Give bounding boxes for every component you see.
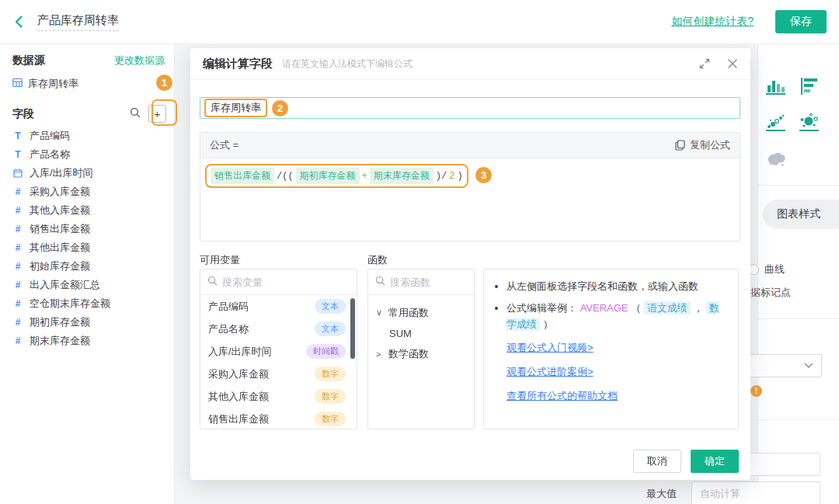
- number-field-icon: #: [12, 261, 23, 272]
- text-field-icon: T: [12, 149, 23, 160]
- save-button[interactable]: 保存: [775, 10, 827, 33]
- confirm-button[interactable]: 确定: [691, 450, 739, 473]
- formula-editor[interactable]: 销售出库金额/((期初库存金额+期末库存金额)/2) 3: [200, 158, 740, 193]
- marker-point-label: 据标记点: [750, 286, 791, 300]
- formula-operator: )/: [436, 171, 447, 182]
- bar-chart-icon[interactable]: [799, 76, 820, 99]
- date-field-icon: [12, 169, 23, 178]
- tip-text-part: 公式编辑举例：: [507, 302, 580, 314]
- example-function-name: AVERAGE: [580, 302, 628, 314]
- annotation-box-3: 销售出库金额/((期初库存金额+期末库存金额)/2): [205, 164, 468, 188]
- field-label: 采购入库金额: [30, 185, 90, 199]
- variable-item[interactable]: 采购入库金额数字: [200, 363, 357, 385]
- search-variables-input[interactable]: [222, 276, 350, 288]
- number-field-icon: #: [12, 242, 23, 253]
- variable-item[interactable]: 产品编码文本: [200, 295, 357, 318]
- field-label: 产品名称: [30, 148, 70, 162]
- change-datasource-link[interactable]: 更改数据源: [114, 54, 165, 68]
- sidebar-field-item[interactable]: T产品编码: [0, 127, 175, 145]
- curve-radio-label: 曲线: [764, 262, 785, 276]
- add-field-button[interactable]: +: [148, 105, 166, 123]
- formula-panel: 公式 = 复制公式 销售出库金额/((期初库存金额+期末库存金额)/2) 3: [200, 132, 740, 242]
- function-item[interactable]: SUM: [376, 323, 466, 343]
- tips-panel: 从左侧面板选择字段名和函数，或输入函数 公式编辑举例： AVERAGE （ 语文…: [483, 269, 739, 429]
- map-chart-icon[interactable]: [765, 149, 789, 174]
- scrollbar-thumb[interactable]: [350, 298, 355, 359]
- type-badge: 文本: [315, 299, 346, 314]
- column-chart-icon[interactable]: [765, 76, 786, 99]
- annotation-badge-2: 2: [272, 100, 288, 116]
- close-icon[interactable]: [727, 58, 738, 69]
- sidebar-field-item[interactable]: #采购入库金额: [0, 182, 175, 201]
- config-dropdown[interactable]: [738, 354, 822, 377]
- field-label: 销售出库金额: [30, 222, 90, 236]
- dialog-subtitle: 请在英文输入法模式下编辑公式: [282, 57, 413, 71]
- function-group[interactable]: >数学函数: [376, 343, 466, 364]
- fields-label: 字段: [12, 107, 34, 121]
- dialog-title: 编辑计算字段: [203, 57, 273, 71]
- formula-operator: ): [457, 171, 462, 182]
- annotation-badge-3: 3: [475, 167, 492, 183]
- function-group-label: 数学函数: [388, 347, 429, 361]
- field-label: 出入库金额汇总: [30, 278, 100, 292]
- sidebar-field-item[interactable]: #其他出库金额: [0, 238, 175, 257]
- warning-icon: !: [750, 385, 762, 397]
- number-field-icon: #: [12, 335, 23, 346]
- tip-text-part: ，: [691, 302, 706, 314]
- sidebar-field-item[interactable]: #初始库存金额: [0, 257, 175, 276]
- sidebar-field-item[interactable]: #出入库金额汇总: [0, 276, 175, 294]
- bubble-chart-icon[interactable]: [799, 112, 820, 136]
- type-badge: 数字: [315, 412, 346, 426]
- formula-field-token: 期末库存金额: [370, 168, 433, 184]
- function-group[interactable]: ∨常用函数: [376, 302, 466, 323]
- number-field-icon: #: [12, 186, 23, 197]
- sidebar-field-item[interactable]: #销售出库金额: [0, 220, 175, 238]
- page-title[interactable]: 产品库存周转率: [37, 13, 119, 31]
- scatter-chart-icon[interactable]: [765, 112, 786, 136]
- expand-icon[interactable]: [699, 58, 710, 69]
- sidebar-field-item[interactable]: #其他入库金额: [0, 201, 175, 220]
- type-badge: 文本: [315, 322, 346, 336]
- help-link[interactable]: 观看公式入门视频>: [507, 340, 727, 356]
- sidebar-field-item[interactable]: #期末库存金额: [0, 332, 175, 350]
- variable-name: 产品编码: [208, 300, 249, 314]
- variable-item[interactable]: 其他入库金额数字: [200, 385, 357, 408]
- number-field-icon: #: [12, 224, 23, 235]
- max-value-input[interactable]: [691, 481, 820, 504]
- sidebar-field-item[interactable]: 入库/出库时间: [0, 164, 175, 182]
- field-label: 其他出库金额: [30, 241, 90, 255]
- field-name-input[interactable]: 库存周转率 2: [200, 97, 740, 119]
- variable-item[interactable]: 产品名称文本: [200, 318, 357, 340]
- datasource-table-item[interactable]: 库存周转率: [12, 77, 78, 91]
- tab-chart-style[interactable]: 图表样式: [763, 200, 839, 229]
- number-field-icon: #: [12, 205, 23, 216]
- sidebar-field-item[interactable]: T产品名称: [0, 145, 175, 164]
- sidebar: 数据源 更改数据源 库存周转率 字段 + 1 T产品编码T产品名称入库/出库时间…: [0, 44, 175, 504]
- field-list: T产品编码T产品名称入库/出库时间#采购入库金额#其他入库金额#销售出库金额#其…: [0, 127, 175, 350]
- copy-formula-button[interactable]: 复制公式: [675, 138, 730, 152]
- formula-field-token: 期初库存金额: [296, 168, 360, 184]
- back-icon[interactable]: [12, 15, 26, 29]
- type-badge: 时间戳: [306, 344, 346, 359]
- help-link[interactable]: 观看公式进阶案例>: [507, 364, 727, 381]
- cancel-button[interactable]: 取消: [633, 450, 681, 473]
- variable-item[interactable]: 入库/出库时间时间戳: [200, 340, 357, 363]
- field-label: 产品编码: [30, 129, 70, 143]
- help-link[interactable]: 查看所有公式的帮助文档: [507, 388, 727, 405]
- formula-field-token: 销售出库金额: [211, 168, 274, 184]
- help-link[interactable]: 如何创建统计表?: [671, 15, 754, 29]
- sidebar-field-item[interactable]: #空仓期末库存金额: [0, 294, 175, 313]
- search-fields-icon[interactable]: [130, 107, 141, 121]
- search-functions-input[interactable]: [390, 276, 467, 288]
- top-bar: 产品库存周转率 如何创建统计表? 保存: [0, 0, 839, 44]
- type-badge: 数字: [315, 367, 346, 381]
- search-icon: [375, 275, 385, 289]
- number-field-icon: #: [12, 317, 23, 328]
- variable-item[interactable]: 销售出库金额数字: [200, 408, 357, 430]
- edit-calc-field-dialog: 编辑计算字段 请在英文输入法模式下编辑公式 库存周转率 2 公式 = 复制公式: [190, 48, 750, 480]
- datasource-table-name: 库存周转率: [28, 77, 78, 91]
- formula-operator: +: [362, 171, 367, 182]
- sidebar-field-item[interactable]: #期初库存金额: [0, 313, 175, 332]
- field-label: 期初库存金额: [30, 315, 90, 329]
- tip-text-part: （: [631, 302, 641, 314]
